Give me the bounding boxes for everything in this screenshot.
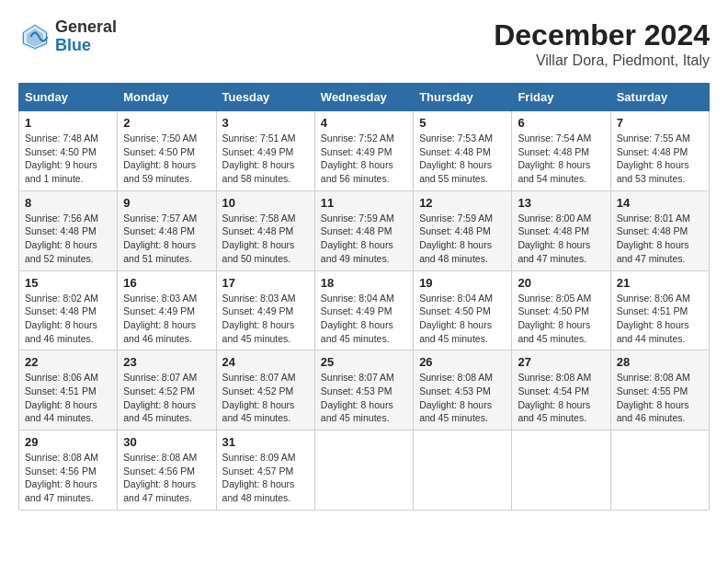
day-number: 19 bbox=[419, 276, 506, 290]
calendar-cell: 10 Sunrise: 7:58 AMSunset: 4:48 PMDaylig… bbox=[216, 190, 314, 270]
day-info: Sunrise: 7:55 AMSunset: 4:48 PMDaylight:… bbox=[617, 132, 703, 186]
calendar-cell: 13 Sunrise: 8:00 AMSunset: 4:48 PMDaylig… bbox=[512, 190, 610, 270]
day-number: 26 bbox=[419, 355, 506, 369]
calendar-cell: 16 Sunrise: 8:03 AMSunset: 4:49 PMDaylig… bbox=[118, 270, 216, 350]
day-info: Sunrise: 8:09 AMSunset: 4:57 PMDaylight:… bbox=[222, 451, 309, 505]
calendar-cell: 1 Sunrise: 7:48 AMSunset: 4:50 PMDayligh… bbox=[19, 111, 118, 191]
day-info: Sunrise: 7:51 AMSunset: 4:49 PMDaylight:… bbox=[222, 132, 309, 186]
day-info: Sunrise: 8:01 AMSunset: 4:48 PMDaylight:… bbox=[617, 212, 703, 266]
day-number: 8 bbox=[25, 196, 111, 210]
calendar-cell: 14 Sunrise: 8:01 AMSunset: 4:48 PMDaylig… bbox=[610, 190, 709, 270]
calendar-cell: 18 Sunrise: 8:04 AMSunset: 4:49 PMDaylig… bbox=[314, 270, 413, 350]
day-info: Sunrise: 8:06 AMSunset: 4:51 PMDaylight:… bbox=[617, 292, 703, 346]
column-header-friday: Friday bbox=[512, 84, 610, 111]
calendar-cell: 8 Sunrise: 7:56 AMSunset: 4:48 PMDayligh… bbox=[19, 190, 118, 270]
day-number: 4 bbox=[321, 116, 407, 130]
day-number: 24 bbox=[222, 355, 309, 369]
location-subtitle: Villar Dora, Piedmont, Italy bbox=[494, 52, 710, 69]
calendar-cell: 4 Sunrise: 7:52 AMSunset: 4:49 PMDayligh… bbox=[314, 111, 413, 191]
day-number: 23 bbox=[123, 355, 210, 369]
calendar-cell: 6 Sunrise: 7:54 AMSunset: 4:48 PMDayligh… bbox=[512, 111, 610, 191]
day-info: Sunrise: 8:07 AMSunset: 4:52 PMDaylight:… bbox=[123, 371, 210, 425]
day-info: Sunrise: 7:53 AMSunset: 4:48 PMDaylight:… bbox=[419, 132, 506, 186]
calendar-cell bbox=[610, 431, 709, 511]
day-info: Sunrise: 8:08 AMSunset: 4:54 PMDaylight:… bbox=[518, 371, 604, 425]
day-info: Sunrise: 8:04 AMSunset: 4:49 PMDaylight:… bbox=[321, 292, 407, 346]
day-info: Sunrise: 7:52 AMSunset: 4:49 PMDaylight:… bbox=[321, 132, 407, 186]
day-info: Sunrise: 8:03 AMSunset: 4:49 PMDaylight:… bbox=[123, 292, 210, 346]
day-number: 18 bbox=[321, 276, 407, 290]
calendar-cell: 28 Sunrise: 8:08 AMSunset: 4:55 PMDaylig… bbox=[610, 350, 709, 431]
calendar-cell: 12 Sunrise: 7:59 AMSunset: 4:48 PMDaylig… bbox=[414, 190, 512, 270]
calendar-week-2: 8 Sunrise: 7:56 AMSunset: 4:48 PMDayligh… bbox=[19, 190, 710, 270]
day-number: 1 bbox=[25, 116, 111, 130]
day-number: 15 bbox=[25, 276, 111, 290]
day-number: 13 bbox=[518, 196, 604, 210]
calendar-cell: 2 Sunrise: 7:50 AMSunset: 4:50 PMDayligh… bbox=[118, 111, 216, 191]
calendar-week-4: 22 Sunrise: 8:06 AMSunset: 4:51 PMDaylig… bbox=[19, 350, 710, 431]
calendar-cell: 22 Sunrise: 8:06 AMSunset: 4:51 PMDaylig… bbox=[19, 350, 118, 431]
calendar-cell: 19 Sunrise: 8:04 AMSunset: 4:50 PMDaylig… bbox=[414, 270, 512, 350]
calendar-cell: 20 Sunrise: 8:05 AMSunset: 4:50 PMDaylig… bbox=[512, 270, 610, 350]
day-info: Sunrise: 8:04 AMSunset: 4:50 PMDaylight:… bbox=[419, 292, 506, 346]
day-info: Sunrise: 7:56 AMSunset: 4:48 PMDaylight:… bbox=[25, 212, 111, 266]
column-header-sunday: Sunday bbox=[19, 84, 118, 111]
day-number: 27 bbox=[518, 355, 604, 369]
day-info: Sunrise: 8:08 AMSunset: 4:56 PMDaylight:… bbox=[25, 451, 111, 505]
day-info: Sunrise: 8:08 AMSunset: 4:53 PMDaylight:… bbox=[419, 371, 506, 425]
logo-icon bbox=[18, 20, 51, 53]
day-number: 31 bbox=[222, 435, 309, 449]
calendar-cell: 11 Sunrise: 7:59 AMSunset: 4:48 PMDaylig… bbox=[314, 190, 413, 270]
day-info: Sunrise: 7:59 AMSunset: 4:48 PMDaylight:… bbox=[321, 212, 407, 266]
calendar-cell: 5 Sunrise: 7:53 AMSunset: 4:48 PMDayligh… bbox=[414, 111, 512, 191]
day-info: Sunrise: 8:07 AMSunset: 4:53 PMDaylight:… bbox=[321, 371, 407, 425]
day-info: Sunrise: 8:00 AMSunset: 4:48 PMDaylight:… bbox=[518, 212, 604, 266]
calendar-cell: 27 Sunrise: 8:08 AMSunset: 4:54 PMDaylig… bbox=[512, 350, 610, 431]
calendar-cell: 29 Sunrise: 8:08 AMSunset: 4:56 PMDaylig… bbox=[19, 431, 118, 511]
column-header-monday: Monday bbox=[118, 84, 216, 111]
calendar-cell: 24 Sunrise: 8:07 AMSunset: 4:52 PMDaylig… bbox=[216, 350, 314, 431]
logo: General Blue bbox=[18, 18, 117, 55]
page-header: General Blue December 2024 Villar Dora, … bbox=[18, 18, 710, 69]
calendar-cell: 21 Sunrise: 8:06 AMSunset: 4:51 PMDaylig… bbox=[610, 270, 709, 350]
logo-text: General Blue bbox=[55, 18, 117, 55]
day-number: 12 bbox=[419, 196, 506, 210]
title-block: December 2024 Villar Dora, Piedmont, Ita… bbox=[494, 18, 710, 69]
day-number: 5 bbox=[419, 116, 506, 130]
day-info: Sunrise: 8:05 AMSunset: 4:50 PMDaylight:… bbox=[518, 292, 604, 346]
day-info: Sunrise: 7:59 AMSunset: 4:48 PMDaylight:… bbox=[419, 212, 506, 266]
day-number: 22 bbox=[25, 355, 111, 369]
day-number: 20 bbox=[518, 276, 604, 290]
day-info: Sunrise: 8:08 AMSunset: 4:56 PMDaylight:… bbox=[123, 451, 210, 505]
day-number: 3 bbox=[222, 116, 309, 130]
day-number: 30 bbox=[123, 435, 210, 449]
day-number: 17 bbox=[222, 276, 309, 290]
day-number: 29 bbox=[25, 435, 111, 449]
day-number: 14 bbox=[617, 196, 703, 210]
calendar-cell: 3 Sunrise: 7:51 AMSunset: 4:49 PMDayligh… bbox=[216, 111, 314, 191]
day-number: 11 bbox=[321, 196, 407, 210]
calendar-cell: 25 Sunrise: 8:07 AMSunset: 4:53 PMDaylig… bbox=[314, 350, 413, 431]
day-info: Sunrise: 8:08 AMSunset: 4:55 PMDaylight:… bbox=[617, 371, 703, 425]
calendar-cell: 9 Sunrise: 7:57 AMSunset: 4:48 PMDayligh… bbox=[118, 190, 216, 270]
day-info: Sunrise: 7:48 AMSunset: 4:50 PMDaylight:… bbox=[25, 132, 111, 186]
calendar-cell: 23 Sunrise: 8:07 AMSunset: 4:52 PMDaylig… bbox=[118, 350, 216, 431]
day-info: Sunrise: 7:50 AMSunset: 4:50 PMDaylight:… bbox=[123, 132, 210, 186]
calendar-cell bbox=[512, 431, 610, 511]
calendar-week-1: 1 Sunrise: 7:48 AMSunset: 4:50 PMDayligh… bbox=[19, 111, 710, 191]
day-number: 16 bbox=[123, 276, 210, 290]
day-number: 10 bbox=[222, 196, 309, 210]
month-title: December 2024 bbox=[494, 18, 710, 52]
day-number: 2 bbox=[123, 116, 210, 130]
column-header-wednesday: Wednesday bbox=[314, 84, 413, 111]
calendar-header-row: SundayMondayTuesdayWednesdayThursdayFrid… bbox=[19, 84, 710, 111]
column-header-tuesday: Tuesday bbox=[216, 84, 314, 111]
calendar-cell: 31 Sunrise: 8:09 AMSunset: 4:57 PMDaylig… bbox=[216, 431, 314, 511]
calendar-cell: 15 Sunrise: 8:02 AMSunset: 4:48 PMDaylig… bbox=[19, 270, 118, 350]
day-info: Sunrise: 7:54 AMSunset: 4:48 PMDaylight:… bbox=[518, 132, 604, 186]
column-header-saturday: Saturday bbox=[610, 84, 709, 111]
calendar-cell: 17 Sunrise: 8:03 AMSunset: 4:49 PMDaylig… bbox=[216, 270, 314, 350]
calendar-cell: 26 Sunrise: 8:08 AMSunset: 4:53 PMDaylig… bbox=[414, 350, 512, 431]
day-number: 21 bbox=[617, 276, 703, 290]
day-info: Sunrise: 7:58 AMSunset: 4:48 PMDaylight:… bbox=[222, 212, 309, 266]
